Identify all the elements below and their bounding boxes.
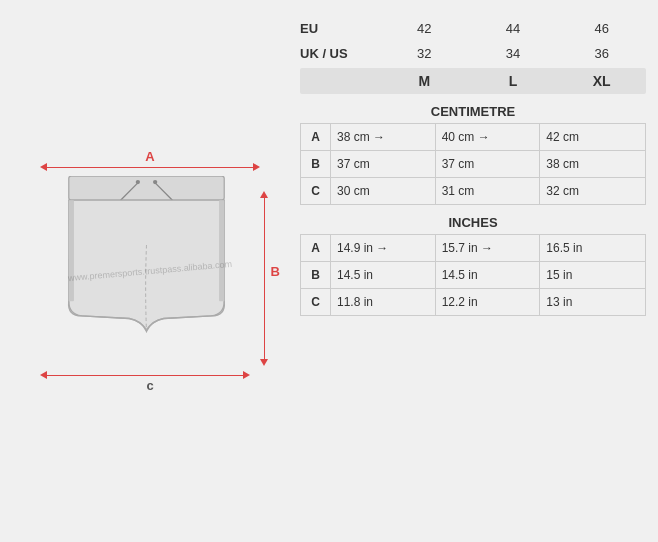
in-b-m: 14.5 in — [331, 262, 436, 288]
arrowhead-right-a — [253, 163, 260, 171]
line-c — [47, 375, 243, 376]
arrowhead-left-a — [40, 163, 47, 171]
in-a-xl: 16.5 in — [540, 235, 645, 261]
label-b: B — [271, 264, 280, 279]
ukus-m: 32 — [380, 43, 469, 64]
eu-xl: 46 — [557, 18, 646, 39]
in-b-l: 14.5 in — [436, 262, 541, 288]
arrowhead-left-c — [40, 371, 47, 379]
in-a-l: 15.7 in → — [436, 235, 541, 261]
eu-label: EU — [300, 18, 380, 39]
cm-c-xl: 32 cm — [540, 178, 645, 204]
in-row-a: A 14.9 in → 15.7 in → 16.5 in — [301, 235, 645, 262]
main-container: A — [0, 0, 658, 542]
arrow-b — [260, 191, 268, 366]
ukus-label: UK / US — [300, 43, 380, 64]
line-b — [264, 198, 265, 359]
svg-point-4 — [153, 180, 157, 184]
cm-row-a: A 38 cm → 40 cm → 42 cm — [301, 124, 645, 151]
ukus-xl: 36 — [557, 43, 646, 64]
label-c: c — [146, 378, 153, 393]
cm-c-m: 30 cm — [331, 178, 436, 204]
size-xl: XL — [557, 68, 646, 94]
label-a: A — [145, 149, 154, 164]
eu-m: 42 — [380, 18, 469, 39]
in-row-b: B 14.5 in 14.5 in 15 in — [301, 262, 645, 289]
size-highlight-row: M L XL — [300, 68, 646, 94]
cm-row-c: C 30 cm 31 cm 32 cm — [301, 178, 645, 204]
size-l: L — [469, 68, 558, 94]
in-c-xl: 13 in — [540, 289, 645, 315]
in-a-m: 14.9 in → — [331, 235, 436, 261]
svg-rect-6 — [219, 200, 224, 301]
arrowhead-right-c — [243, 371, 250, 379]
arrowhead-down-b — [260, 359, 268, 366]
in-dim-b: B — [301, 262, 331, 288]
cm-a-xl: 42 cm — [540, 124, 645, 150]
inches-title: INCHES — [300, 215, 646, 230]
cm-row-b: B 37 cm 37 cm 38 cm — [301, 151, 645, 178]
line-a — [47, 167, 253, 168]
in-c-m: 11.8 in — [331, 289, 436, 315]
cm-b-m: 37 cm — [331, 151, 436, 177]
shorts-wrapper: A — [30, 121, 270, 421]
cm-b-xl: 38 cm — [540, 151, 645, 177]
cm-a-m: 38 cm → — [331, 124, 436, 150]
in-row-c: C 11.8 in 12.2 in 13 in — [301, 289, 645, 315]
illustration-panel: A — [0, 10, 300, 532]
svg-point-3 — [136, 180, 140, 184]
cm-dim-a: A — [301, 124, 331, 150]
in-dim-a: A — [301, 235, 331, 261]
eu-l: 44 — [469, 18, 558, 39]
cm-b-l: 37 cm — [436, 151, 541, 177]
inches-table: A 14.9 in → 15.7 in → 16.5 in B 14.5 in … — [300, 234, 646, 316]
in-dim-c: C — [301, 289, 331, 315]
cm-a-l: 40 cm → — [436, 124, 541, 150]
centimetre-table: A 38 cm → 40 cm → 42 cm B 37 cm 37 cm 38… — [300, 123, 646, 205]
arrowhead-up-b — [260, 191, 268, 198]
in-b-xl: 15 in — [540, 262, 645, 288]
ukus-l: 34 — [469, 43, 558, 64]
cm-dim-b: B — [301, 151, 331, 177]
svg-rect-0 — [69, 176, 224, 200]
eu-row: EU 42 44 46 — [300, 18, 646, 39]
in-c-l: 12.2 in — [436, 289, 541, 315]
size-chart-panel: EU 42 44 46 UK / US 32 34 36 M L XL CENT… — [300, 10, 658, 532]
ukus-row: UK / US 32 34 36 — [300, 43, 646, 64]
shorts-illustration — [45, 176, 248, 366]
centimetre-title: CENTIMETRE — [300, 104, 646, 119]
highlight-label — [300, 68, 380, 94]
cm-dim-c: C — [301, 178, 331, 204]
cm-c-l: 31 cm — [436, 178, 541, 204]
size-m: M — [380, 68, 469, 94]
svg-rect-5 — [69, 200, 74, 301]
arrow-c — [40, 371, 250, 379]
arrow-a — [40, 163, 260, 171]
